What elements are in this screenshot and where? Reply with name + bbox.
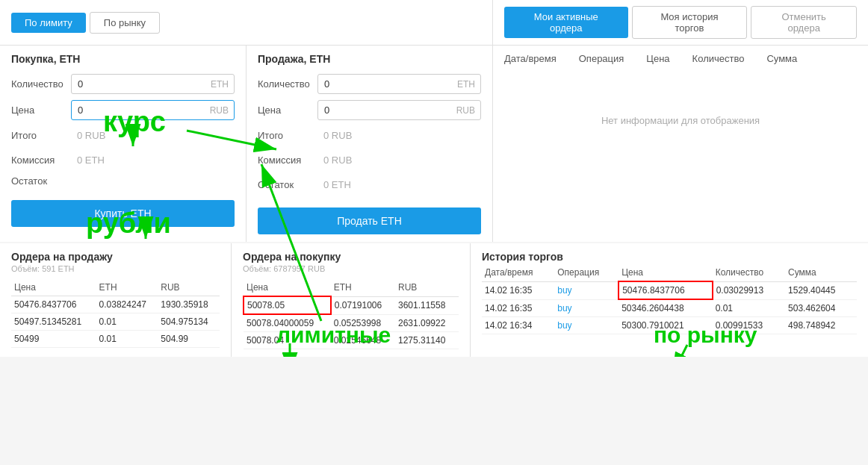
no-info-message: Нет информации для отображения [504,70,857,171]
buy-price-suffix: RUB [210,105,229,116]
sell-remainder-value: 0 ETH [317,175,481,194]
table-row: 50497.513452810.01504.975134 [11,313,220,331]
orders-sell-col-eth: ETH [96,279,158,296]
orders-buy-table: Цена ETH RUB 50078.050.071910063601.1155… [243,279,459,349]
sell-quantity-label: Количество [258,78,317,90]
table-row: 14.02 16:35buy50476.84377060.03029913152… [482,281,857,299]
history-col-price: Цена [619,264,713,281]
sell-remainder-label: Остаток [258,179,317,190]
tab-my-trade-history[interactable]: Моя история торгов [632,6,748,39]
orders-sell-col-rub: RUB [158,279,220,296]
sell-total-label: Итого [258,130,317,141]
sell-commission-label: Комиссия [258,155,317,166]
orders-buy-col-price: Цена [244,279,331,296]
buy-quantity-label: Количество [11,78,71,90]
orders-buy-col-eth: ETH [331,279,395,296]
history-col-operation: Операция [554,264,619,281]
buy-panel-title: Покупка, ETH [11,53,235,65]
table-row: 14.02 16:34buy50300.79100210.00991533498… [482,317,857,334]
sell-panel-title: Продажа, ETH [258,53,481,65]
sell-quantity-suffix: ETH [457,79,475,90]
buy-remainder-value [71,178,235,185]
sell-price-suffix: RUB [456,105,475,116]
sell-price-label: Цена [258,104,317,116]
buy-commission-label: Комиссия [11,155,71,166]
history-table: Дата/время Операция Цена Количество Сумм… [482,264,857,334]
buy-remainder-label: Остаток [11,175,71,187]
buy-eth-button[interactable]: Купить ETH [11,200,235,227]
tab-by-market[interactable]: По рынку [90,12,160,34]
orders-sell-table: Цена ETH RUB 50476.84377060.038242471930… [11,279,220,348]
buy-total-label: Итого [11,130,71,141]
table-row: 504990.01504.99 [11,331,220,348]
active-orders-col-sum: Сумма [766,53,797,64]
tab-my-active-orders[interactable]: Мои активные ордера [504,7,628,38]
orders-sell-title: Ордера на продажу [11,251,220,263]
orders-sell-subtitle: Объём: 591 ETH [11,264,220,273]
table-row: 50078.040.025466481275.31140 [244,332,459,349]
buy-total-value: 0 RUB [71,126,235,145]
sell-commission-value: 0 RUB [317,151,481,169]
tab-by-limit[interactable]: По лимиту [11,13,86,33]
sell-eth-button[interactable]: Продать ETH [258,207,481,234]
buy-quantity-suffix: ETH [211,79,229,90]
history-col-qty: Количество [713,264,785,281]
history-col-sum: Сумма [785,264,857,281]
orders-buy-col-rub: RUB [395,279,459,296]
active-orders-col-operation: Операция [579,53,624,64]
history-title: История торгов [482,251,857,263]
sell-total-value: 0 RUB [317,126,481,145]
active-orders-col-price: Цена [646,53,669,64]
active-orders-col-qty: Количество [692,53,745,64]
history-col-datetime: Дата/время [482,264,554,281]
table-row: 50078.050.071910063601.11558 [244,296,459,314]
orders-buy-subtitle: Объём: 6787957 RUB [243,264,459,273]
orders-buy-title: Ордера на покупку [243,251,459,263]
table-row: 50476.84377060.038242471930.35918 [11,296,220,313]
buy-commission-value: 0 ETH [71,151,235,169]
table-row: 14.02 16:35buy50346.26044380.01503.46260… [482,299,857,317]
tab-cancel-order[interactable]: Отменить ордера [751,6,857,39]
table-row: 50078.040000590.052539982631.09922 [244,314,459,332]
active-orders-col-datetime: Дата/время [504,53,557,64]
orders-sell-col-price: Цена [11,279,96,296]
buy-price-label: Цена [11,104,71,116]
